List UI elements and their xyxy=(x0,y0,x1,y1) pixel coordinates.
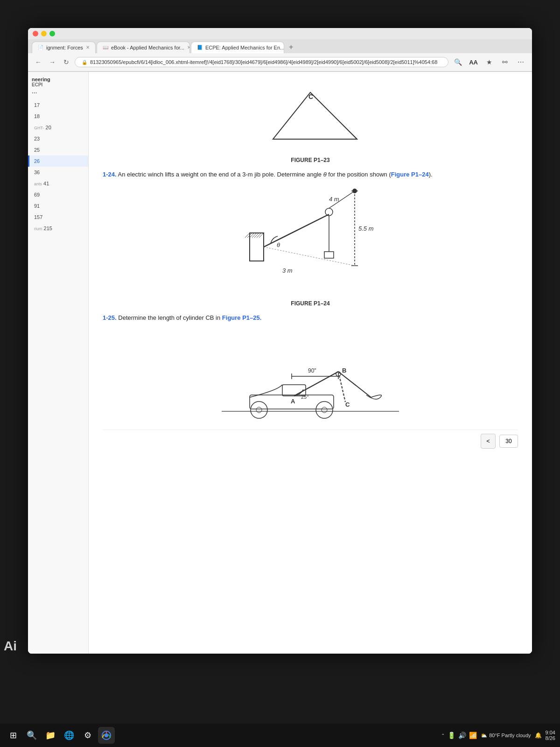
reload-button[interactable]: ↻ xyxy=(61,56,72,68)
browser-chrome: 📄 ignment: Forces ✕ 📖 eBook - Applied Me… xyxy=(28,28,532,72)
sidebar-item-157[interactable]: 157 xyxy=(28,211,88,223)
sidebar-item-25[interactable]: 25 xyxy=(28,144,88,155)
back-button[interactable]: ← xyxy=(33,56,44,68)
svg-text:B: B xyxy=(342,367,346,374)
figure-p1-24-label: FIGURE P1–24 xyxy=(103,300,518,307)
problem-1-25-number: 1-25. xyxy=(103,314,117,321)
figure-p1-24-ref[interactable]: Figure P1–24 xyxy=(391,171,429,178)
tab-ebook-applied[interactable]: 📖 eBook - Applied Mechanics for... ✕ xyxy=(97,42,190,53)
chrome-taskbar-button[interactable] xyxy=(98,727,115,744)
sidebar-item-23[interactable]: 23 xyxy=(28,133,88,144)
prev-page-button[interactable]: < xyxy=(481,434,496,449)
search-button[interactable]: 🔍 xyxy=(451,56,464,69)
maximize-button[interactable] xyxy=(49,31,55,36)
clock-date: 8/26 xyxy=(546,735,555,741)
time-date[interactable]: 9:04 8/26 xyxy=(546,730,555,741)
tab-assignment-forces[interactable]: 📄 ignment: Forces ✕ xyxy=(32,42,96,53)
figure-p1-25-svg: 90" B A C xyxy=(222,330,399,423)
sidebar-more-icon[interactable]: ... xyxy=(32,87,84,95)
title-bar xyxy=(28,28,532,39)
svg-point-44 xyxy=(105,733,108,737)
sidebar-item-157-label: 157 xyxy=(34,214,42,220)
tray-arrow[interactable]: ⌃ xyxy=(441,733,445,738)
svg-text:25°: 25° xyxy=(301,394,309,400)
sidebar: neering ECPI ... 17 18 GHT- 20 23 25 26 … xyxy=(28,72,89,654)
svg-text:5.5 m: 5.5 m xyxy=(358,225,374,232)
svg-text:θ: θ xyxy=(277,241,280,248)
tab1-label: ignment: Forces xyxy=(46,45,83,50)
extensions-button[interactable]: ⚯ xyxy=(498,56,511,69)
favorites-button[interactable]: ★ xyxy=(483,56,496,69)
sidebar-item-ants-41[interactable]: ants 41 xyxy=(28,178,88,189)
sidebar-item-rium-215[interactable]: rium 215 xyxy=(28,223,88,234)
problem-1-24-description: An electric winch lifts a weight on the … xyxy=(118,171,433,178)
svg-text:A: A xyxy=(291,398,295,405)
svg-line-9 xyxy=(259,233,264,238)
address-text: 81323050965/epubcfi/6/14[idloc_006.xhtml… xyxy=(90,59,437,65)
svg-rect-22 xyxy=(324,252,334,258)
tab2-close[interactable]: ✕ xyxy=(187,45,190,50)
file-explorer-button[interactable]: 📁 xyxy=(42,727,59,744)
reader-view-button[interactable]: AA xyxy=(467,58,480,67)
sidebar-item-ght-20[interactable]: GHT- 20 xyxy=(28,122,88,133)
lock-icon: 🔒 xyxy=(82,60,87,65)
ai-label: Ai xyxy=(4,639,17,654)
svg-point-26 xyxy=(251,402,267,418)
figure-p1-23-container: C xyxy=(103,88,518,150)
tab-ecpe-active[interactable]: 📘 ECPE: Applied Mechanics for En... ✕ xyxy=(191,42,284,53)
clock-time: 9:04 xyxy=(546,730,555,735)
tab1-close[interactable]: ✕ xyxy=(86,45,90,50)
sidebar-item-36-label: 36 xyxy=(34,169,40,175)
search-taskbar-button[interactable]: 🔍 xyxy=(23,727,40,744)
sidebar-item-36[interactable]: 36 xyxy=(28,167,88,178)
window-controls xyxy=(33,31,55,36)
sidebar-item-ght-prefix: GHT- xyxy=(34,126,44,130)
weather-text: 80°F Partly cloudy xyxy=(489,733,531,738)
svg-line-10 xyxy=(264,214,329,247)
settings-taskbar-button[interactable]: ⚙ xyxy=(79,727,96,744)
tab3-favicon: 📘 xyxy=(197,45,203,50)
sidebar-item-20-label: 20 xyxy=(46,125,51,130)
textbook-main[interactable]: C FIGURE P1–23 1-24. An electric winch l… xyxy=(89,72,532,654)
browser-actions: 🔍 AA ★ ⚯ ⋯ xyxy=(451,56,527,69)
problem-1-24-number: 1-24. xyxy=(103,171,117,178)
svg-text:3 m: 3 m xyxy=(282,267,293,274)
more-button[interactable]: ⋯ xyxy=(514,56,527,69)
tab3-label: ECPE: Applied Mechanics for En... xyxy=(205,45,284,50)
page-nav: < 30 xyxy=(103,430,518,452)
laptop-screen: 📄 ignment: Forces ✕ 📖 eBook - Applied Me… xyxy=(28,28,532,654)
sidebar-item-17[interactable]: 17 xyxy=(28,99,88,111)
sidebar-item-26[interactable]: 26 xyxy=(28,155,88,167)
svg-line-6 xyxy=(252,233,257,238)
svg-line-3 xyxy=(245,233,250,238)
minimize-button[interactable] xyxy=(41,31,47,36)
svg-point-27 xyxy=(256,407,262,413)
content-area: neering ECPI ... 17 18 GHT- 20 23 25 26 … xyxy=(28,72,532,654)
sidebar-item-18-label: 18 xyxy=(34,113,40,119)
sidebar-item-91[interactable]: 91 xyxy=(28,200,88,211)
weather-icon: ⛅ xyxy=(481,733,487,739)
sidebar-item-18[interactable]: 18 xyxy=(28,111,88,122)
svg-marker-0 xyxy=(273,92,357,139)
figure-p1-25-ref[interactable]: Figure P1–25. xyxy=(222,314,262,321)
close-button[interactable] xyxy=(33,31,38,36)
notifications-icon[interactable]: 🔔 xyxy=(535,732,542,739)
sidebar-item-69[interactable]: 69 xyxy=(28,189,88,200)
windows-button[interactable]: ⊞ xyxy=(5,727,21,744)
svg-text:4 m: 4 m xyxy=(329,196,339,203)
forward-button[interactable]: → xyxy=(47,56,58,68)
page-number: 30 xyxy=(499,435,518,448)
battery-icon: 🔋 xyxy=(448,732,455,739)
address-box[interactable]: 🔒 81323050965/epubcfi/6/14[idloc_006.xht… xyxy=(75,57,448,67)
browser-taskbar-button[interactable]: 🌐 xyxy=(61,727,77,744)
sidebar-item-ants-prefix: ants xyxy=(34,182,42,186)
svg-text:C: C xyxy=(345,401,350,408)
wifi-icon[interactable]: 📶 xyxy=(469,732,477,739)
sidebar-item-26-label: 26 xyxy=(34,158,40,164)
sidebar-header: neering ECPI ... xyxy=(28,72,88,99)
tab2-favicon: 📖 xyxy=(103,45,108,50)
sidebar-item-23-label: 23 xyxy=(34,136,40,141)
sidebar-item-91-label: 91 xyxy=(34,203,40,209)
volume-icon[interactable]: 🔊 xyxy=(458,732,466,739)
new-tab-button[interactable]: + xyxy=(285,41,297,53)
